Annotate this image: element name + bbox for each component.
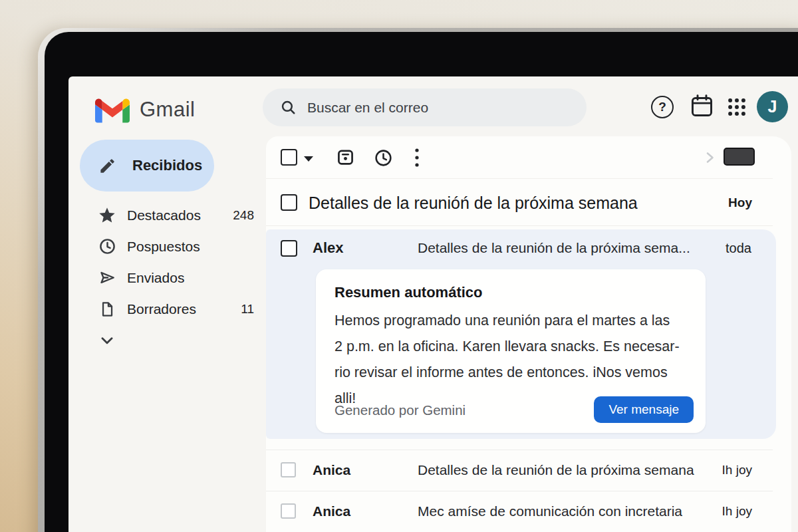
row-time: Ih joy (722, 463, 752, 477)
calendar-button[interactable] (688, 93, 716, 120)
sidebar-item-count: 11 (241, 302, 254, 317)
search-input[interactable] (307, 100, 587, 116)
draft-icon (98, 301, 116, 318)
sidebar-more-button[interactable] (80, 325, 257, 356)
subject-checkbox[interactable] (281, 194, 297, 211)
archive-icon[interactable] (335, 147, 356, 168)
mail-list-row[interactable]: Anica Mec amíse de comunicación con incr… (266, 491, 791, 532)
message-checkbox[interactable] (281, 240, 297, 257)
sidebar-item-label: Borradores (127, 301, 230, 317)
sidebar-item-count: 248 (233, 208, 254, 223)
gmail-screen: Gmail ? (68, 76, 798, 532)
select-all-checkbox[interactable] (281, 149, 297, 166)
search-bar[interactable] (263, 88, 587, 126)
gemini-attribution: Generado por Gemini (334, 402, 466, 418)
sidebar-item-pospuestos[interactable]: Pospuestos (80, 231, 257, 262)
dark-toolbar-button[interactable] (724, 148, 755, 166)
calendar-icon (688, 93, 716, 120)
thread-date: Hoy (728, 196, 752, 210)
mail-list-panel: Detalles de la reunióń de la próxima sem… (266, 136, 791, 532)
sidebar-item-destacados[interactable]: Destacados 248 (80, 200, 257, 231)
sidebar-item-enviados[interactable]: Enviados (80, 262, 257, 293)
apps-grid-icon (726, 96, 748, 118)
view-message-button[interactable]: Ver mensaje (594, 396, 694, 423)
thread-subject: Detalles de la reunióń de la próxima sem… (309, 193, 638, 212)
summary-body-line: 2 p.m. en la oficina. Karen llevara snac… (334, 334, 691, 360)
clock-icon (98, 237, 116, 255)
message-preview: Detalles de la reunión de la próxima sem… (418, 240, 690, 256)
row-sender: Anica (313, 503, 350, 519)
row-checkbox[interactable] (281, 462, 296, 477)
mail-list-row[interactable]: Anica Detalles de la reunión de la próxi… (266, 450, 791, 491)
sidebar-item-recibidos[interactable]: Recibidos (80, 140, 214, 192)
summary-body-line: Hemos programado una reunión para el mar… (334, 308, 691, 334)
chevron-down-icon (98, 332, 116, 349)
laptop-bezel: Gmail ? (45, 32, 798, 532)
row-time: Ih joy (722, 504, 752, 519)
row-sender: Anica (313, 462, 350, 478)
row-checkbox[interactable] (281, 503, 296, 519)
sidebar-item-borradores[interactable]: Borradores 11 (80, 293, 257, 325)
pencil-icon (98, 157, 116, 175)
gmail-m-icon (95, 96, 130, 123)
next-page-chevron-icon[interactable] (702, 150, 718, 166)
sidebar-item-label: Pospuestos (127, 239, 243, 255)
laptop-edge: Gmail ? (38, 28, 798, 532)
gmail-wordmark: Gmail (140, 98, 195, 122)
row-preview: Mec amíse de comunicación con incretaria (418, 503, 682, 519)
sidebar-item-label: Recibidos (132, 157, 202, 174)
message-sender: Alex (313, 239, 343, 257)
help-icon: ? (651, 96, 674, 118)
gmail-logo[interactable]: Gmail (95, 94, 195, 125)
profile-avatar[interactable]: J (757, 91, 788, 122)
summary-body-line: rio revisar el informe antes de entonces… (334, 360, 691, 386)
highlighted-conversation[interactable]: Alex Detalles de la reunión de la próxim… (266, 229, 776, 439)
message-time: toda (726, 241, 751, 256)
more-options-icon[interactable] (414, 147, 420, 168)
subject-header-row[interactable]: Detalles de la reunióń de la próxima sem… (266, 179, 791, 226)
mail-toolbar (266, 136, 791, 179)
select-caret-icon[interactable] (304, 156, 313, 162)
sidebar-item-label: Enviados (127, 270, 243, 286)
star-icon (98, 206, 116, 225)
gemini-summary-card: Resumen automático Hemos programado una … (316, 269, 706, 433)
snooze-clock-icon[interactable] (374, 148, 393, 168)
summary-title: Resumen automático (334, 284, 483, 301)
search-icon (280, 99, 297, 116)
sidebar-item-label: Destacados (127, 207, 222, 223)
apps-grid-button[interactable] (726, 96, 748, 118)
help-button[interactable]: ? (651, 96, 674, 118)
row-preview: Detalles de la reunión de la próxima sem… (418, 462, 694, 478)
send-icon (98, 269, 116, 287)
